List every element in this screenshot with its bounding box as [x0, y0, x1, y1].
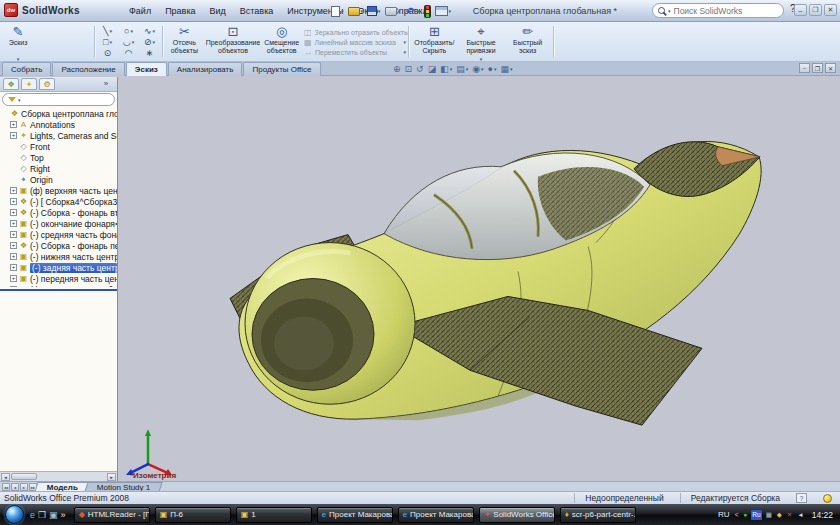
dropdown-caret-icon[interactable]: ▾: [417, 8, 420, 14]
tray-volume-icon[interactable]: ◄: [796, 510, 804, 520]
rotate-view-icon[interactable]: ↺▾: [416, 64, 424, 74]
tree-item[interactable]: + ▣ (-) передняя часть центропл: [0, 273, 117, 284]
new-document-icon[interactable]: ▾: [330, 3, 345, 19]
open-icon[interactable]: ▾: [347, 3, 365, 19]
expander-icon[interactable]: +: [10, 242, 17, 249]
convert-entities-button[interactable]: ⊡ Преобразование объектов ▾: [205, 24, 262, 55]
dropdown-caret-icon[interactable]: ▾: [466, 66, 469, 72]
view-orientation-icon[interactable]: ▤▾: [456, 64, 468, 74]
move-entities-button[interactable]: ↔ Переместить объекты ▾: [304, 47, 406, 57]
expander-icon[interactable]: +: [10, 121, 17, 128]
tree-item[interactable]: ⌖ Origin: [0, 174, 117, 185]
search-scope-caret-icon[interactable]: ▾: [668, 8, 671, 14]
expander-icon[interactable]: +: [10, 220, 17, 227]
doc-tab[interactable]: Модель: [34, 482, 90, 492]
task-solidworks[interactable]: ✦ SolidWorks Office ...: [479, 507, 555, 523]
tree-item[interactable]: ◇ Right: [0, 163, 117, 174]
offset-entities-button[interactable]: ◎ Смещение объектов ▾: [261, 24, 302, 55]
tree-item[interactable]: + A Annotations: [0, 119, 117, 130]
expander-icon[interactable]: +: [10, 275, 17, 282]
tree-item[interactable]: + ❖ (-) [ Сборка4^Сборка3 ]<1>: [0, 196, 117, 207]
quicklaunch-overflow-icon[interactable]: »: [61, 507, 66, 523]
task-ie-project-2[interactable]: e Проект Макарова...: [398, 507, 474, 523]
tab-scroll-left-icon[interactable]: ◂: [11, 483, 19, 491]
close-button[interactable]: ✕: [824, 4, 837, 16]
menu-item[interactable]: Вставка: [233, 6, 280, 16]
task-ie-project-1[interactable]: e Проект Макарова...: [317, 507, 393, 523]
dropdown-caret-icon[interactable]: ▾: [130, 28, 133, 34]
doc-tab[interactable]: Motion Study 1: [84, 482, 163, 492]
tray-lang-icon[interactable]: Ru: [751, 510, 761, 520]
trim-entities-button[interactable]: ✂ Отсечь объекты ▾: [164, 24, 205, 55]
linear-pattern-button[interactable]: ▦ Линейный массив эскиза ▾: [304, 37, 406, 47]
sketch-entity-icon[interactable]: ╲▾: [97, 25, 118, 36]
expander-icon[interactable]: +: [10, 231, 17, 238]
display-style-icon[interactable]: ◧▾: [440, 64, 452, 74]
dropdown-caret-icon[interactable]: ▾: [403, 49, 406, 55]
command-tab[interactable]: Собрать: [2, 62, 51, 76]
tree-item[interactable]: ◇ Front: [0, 141, 117, 152]
search-box[interactable]: ▾: [652, 3, 784, 18]
sketch-button[interactable]: ✎ Эскиз ▾: [2, 24, 34, 63]
dropdown-caret-icon[interactable]: ▾: [398, 8, 401, 14]
tree-item[interactable]: + ▣ (-) окончание фонаря<1> ->: [0, 218, 117, 229]
hide-show-items-icon[interactable]: ◉▾: [472, 64, 483, 74]
3d-model[interactable]: [118, 77, 840, 481]
save-icon[interactable]: ▾: [366, 3, 382, 19]
clock[interactable]: 14:22: [812, 510, 833, 520]
rapid-sketch-button[interactable]: ✏ Быстрый эскиз ▾: [504, 24, 551, 63]
task-htmlreader[interactable]: ◆ HTMLReader - [П...: [74, 507, 150, 523]
dropdown-caret-icon[interactable]: ▾: [494, 66, 497, 72]
zoom-fit-icon[interactable]: ⊕▾: [393, 64, 401, 74]
tree-item[interactable]: + ▣ (ф) верхняя часть центропла: [0, 185, 117, 196]
tree-item[interactable]: + ❖ (-) Сборка - фонарь второго: [0, 207, 117, 218]
tab-scroll-right-icon[interactable]: ▸: [20, 483, 28, 491]
tree-item[interactable]: + ▣ (-) нижняя часть центроплан: [0, 251, 117, 262]
task-folder-1[interactable]: ▣ 1: [236, 507, 312, 523]
sketch-entity-icon[interactable]: ⊙▾: [97, 47, 118, 58]
scroll-right-icon[interactable]: ▸: [107, 473, 116, 481]
display-relations-button[interactable]: ⊞ Отобразить/Скрыть взаимосвязи ▾: [411, 24, 458, 63]
ie-quicklaunch-icon[interactable]: e: [30, 507, 35, 523]
expander-icon[interactable]: +: [10, 264, 17, 271]
dropdown-caret-icon[interactable]: ▾: [153, 28, 156, 34]
dropdown-caret-icon[interactable]: ▾: [361, 8, 364, 14]
dropdown-caret-icon[interactable]: ▾: [450, 66, 453, 72]
menu-item[interactable]: Вид: [203, 6, 233, 16]
scene-icon[interactable]: ▦▾: [501, 64, 513, 74]
dropdown-caret-icon[interactable]: ▾: [109, 39, 112, 45]
print-icon[interactable]: ▾: [384, 3, 402, 19]
sketch-entity-icon[interactable]: ◠▾: [118, 47, 139, 58]
dropdown-caret-icon[interactable]: ▾: [109, 28, 112, 34]
rollback-bar[interactable]: [0, 289, 117, 291]
dropdown-caret-icon[interactable]: ▾: [378, 8, 381, 14]
tray-agent-icon[interactable]: ●: [742, 510, 748, 520]
tree-filter-box[interactable]: ▾: [2, 93, 115, 106]
menu-item[interactable]: Файл: [122, 6, 158, 16]
tray-display-icon[interactable]: ▦: [765, 510, 773, 520]
tray-collapse-icon[interactable]: <: [734, 510, 740, 520]
tray-network-error-icon[interactable]: ✕: [786, 510, 793, 520]
graphics-viewport[interactable]: *Изометрия: [118, 77, 840, 481]
scrollbar-thumb[interactable]: [11, 473, 37, 480]
start-button[interactable]: [5, 505, 24, 524]
zoom-area-icon[interactable]: ⊡▾: [405, 64, 413, 74]
filter-caret-icon[interactable]: ▾: [18, 97, 21, 103]
configurationmanager-tab[interactable]: ⚙: [39, 78, 55, 90]
search-input[interactable]: [674, 6, 769, 16]
sketch-entity-icon[interactable]: ∿▾: [139, 25, 160, 36]
show-desktop-icon[interactable]: ❐: [38, 507, 46, 523]
featuremanager-tab[interactable]: ❖: [3, 78, 19, 90]
expander-icon[interactable]: +: [10, 198, 17, 205]
sketch-entity-icon[interactable]: ○▾: [118, 25, 139, 36]
expander-icon[interactable]: +: [10, 187, 17, 194]
tray-shield-icon[interactable]: ◆: [776, 510, 783, 520]
quick-tips-icon[interactable]: ?: [796, 493, 807, 503]
dropdown-caret-icon[interactable]: ▾: [403, 39, 406, 45]
tab-scroll-first-icon[interactable]: ◂◂: [2, 483, 10, 491]
window-switcher-icon[interactable]: ▣: [49, 507, 58, 523]
expander-icon[interactable]: +: [10, 132, 17, 139]
tree-item[interactable]: ◇ Top: [0, 152, 117, 163]
undo-icon[interactable]: ↶▾: [403, 3, 421, 19]
quick-snaps-button[interactable]: ⌖ Быстрые привязки ▾: [458, 24, 505, 63]
